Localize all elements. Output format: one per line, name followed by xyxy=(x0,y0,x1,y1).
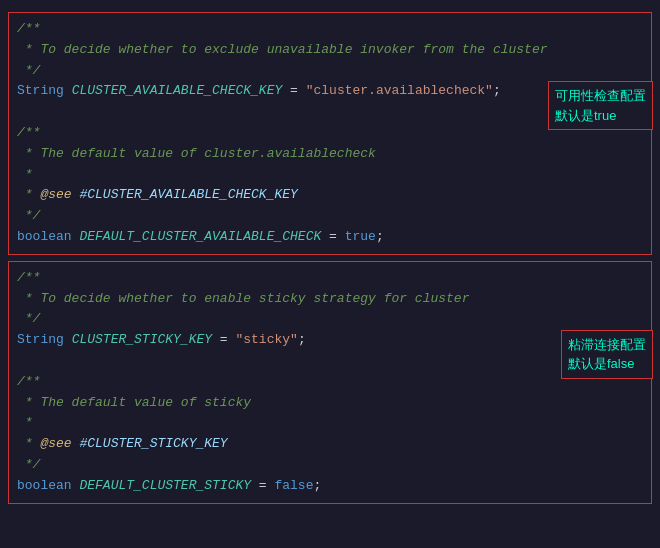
punctuation: = xyxy=(282,81,305,102)
punctuation: ; xyxy=(376,227,384,248)
punctuation: = xyxy=(212,330,235,351)
annotation-line2: 默认是false xyxy=(568,354,646,374)
annotation-tag: @see xyxy=(40,434,71,455)
comment-text: * xyxy=(17,165,33,186)
punctuation xyxy=(64,330,72,351)
annotation-box-1: 可用性检查配置 默认是true xyxy=(548,81,653,130)
variable-name: CLUSTER_AVAILABLE_CHECK_KEY xyxy=(72,81,283,102)
comment-text: */ xyxy=(17,455,40,476)
comment-text: * To decide whether to exclude unavailab… xyxy=(17,40,548,61)
boolean-value: true xyxy=(345,227,376,248)
comment-text: * xyxy=(17,185,40,206)
comment-text: /** xyxy=(17,123,40,144)
boolean-value: false xyxy=(274,476,313,497)
keyword-token: boolean xyxy=(17,476,72,497)
code-line: * To decide whether to exclude unavailab… xyxy=(17,40,643,61)
punctuation: = xyxy=(321,227,344,248)
annotation-ref: #CLUSTER_AVAILABLE_CHECK_KEY xyxy=(72,185,298,206)
code-line: */ xyxy=(17,206,643,227)
comment-text: * xyxy=(17,434,40,455)
code-line: * @see #CLUSTER_AVAILABLE_CHECK_KEY xyxy=(17,185,643,206)
string-value: "sticky" xyxy=(235,330,297,351)
code-container: /** * To decide whether to exclude unava… xyxy=(0,0,660,548)
annotation-line1: 可用性检查配置 xyxy=(555,86,646,106)
code-line: /** xyxy=(17,268,643,289)
punctuation: ; xyxy=(493,81,501,102)
code-line: * The default value of sticky xyxy=(17,393,643,414)
code-line: /** xyxy=(17,19,643,40)
comment-text: /** xyxy=(17,19,40,40)
code-line: * @see #CLUSTER_STICKY_KEY xyxy=(17,434,643,455)
annotation-line2: 默认是true xyxy=(555,106,646,126)
code-block-1: /** * To decide whether to exclude unava… xyxy=(8,12,652,255)
comment-text: * The default value of sticky xyxy=(17,393,251,414)
punctuation xyxy=(72,227,80,248)
code-block-2: /** * To decide whether to enable sticky… xyxy=(8,261,652,504)
comment-text: /** xyxy=(17,268,40,289)
code-line: * To decide whether to enable sticky str… xyxy=(17,289,643,310)
code-line: */ xyxy=(17,61,643,82)
annotation-tag: @see xyxy=(40,185,71,206)
code-line: boolean DEFAULT_CLUSTER_STICKY = false ; xyxy=(17,476,643,497)
keyword-token: boolean xyxy=(17,227,72,248)
comment-text: * The default value of cluster.available… xyxy=(17,144,376,165)
comment-text: */ xyxy=(17,61,40,82)
punctuation xyxy=(72,476,80,497)
code-line: */ xyxy=(17,309,643,330)
variable-name: CLUSTER_STICKY_KEY xyxy=(72,330,212,351)
punctuation: = xyxy=(251,476,274,497)
code-line: */ xyxy=(17,455,643,476)
code-line: /** xyxy=(17,372,643,393)
punctuation: ; xyxy=(298,330,306,351)
code-line: * The default value of cluster.available… xyxy=(17,144,643,165)
code-line: * xyxy=(17,413,643,434)
annotation-box-2: 粘滞连接配置 默认是false xyxy=(561,330,653,379)
comment-text: * xyxy=(17,413,33,434)
annotation-line1: 粘滞连接配置 xyxy=(568,335,646,355)
comment-text: /** xyxy=(17,372,40,393)
comment-text: * To decide whether to enable sticky str… xyxy=(17,289,469,310)
code-line-empty xyxy=(17,351,643,372)
punctuation xyxy=(64,81,72,102)
annotation-ref: #CLUSTER_STICKY_KEY xyxy=(72,434,228,455)
code-line: boolean DEFAULT_CLUSTER_AVAILABLE_CHECK … xyxy=(17,227,643,248)
comment-text: */ xyxy=(17,206,40,227)
comment-text: */ xyxy=(17,309,40,330)
code-line: * xyxy=(17,165,643,186)
string-value: "cluster.availablecheck" xyxy=(306,81,493,102)
variable-name: DEFAULT_CLUSTER_AVAILABLE_CHECK xyxy=(79,227,321,248)
code-line: String CLUSTER_STICKY_KEY = "sticky" ; xyxy=(17,330,643,351)
punctuation: ; xyxy=(313,476,321,497)
variable-name: DEFAULT_CLUSTER_STICKY xyxy=(79,476,251,497)
keyword-token: String xyxy=(17,81,64,102)
keyword-token: String xyxy=(17,330,64,351)
